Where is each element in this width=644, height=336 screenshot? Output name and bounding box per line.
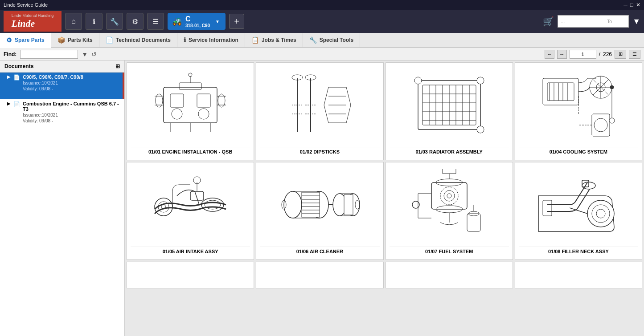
jobs-times-icon: 📋 [251, 36, 259, 44]
grid-view-button[interactable]: ⊞ [615, 50, 626, 59]
part-image-0102 [260, 66, 379, 143]
part-card-0102[interactable]: 01/02 DIPSTICKS [256, 62, 383, 160]
header-filter-icon[interactable]: ▼ [632, 17, 640, 26]
svg-point-94 [440, 187, 458, 205]
tab-parts-kits[interactable]: 📦 Parts Kits [51, 33, 99, 47]
svg-rect-106 [467, 214, 480, 231]
home-button[interactable]: ⌂ [65, 13, 82, 30]
svg-rect-2 [197, 94, 210, 107]
svg-rect-9 [179, 83, 201, 89]
model-code: 318-01, C90 [185, 23, 210, 28]
sidebar-item-2[interactable]: ▶ 📄 Combustion Engine - Cummins QSB 6.7 … [0, 99, 124, 131]
close-button[interactable]: ✕ [636, 2, 640, 8]
svg-point-4 [198, 109, 209, 119]
sidebar-item-1-title: C90/5, C90/6, C90/7, C90/8 [23, 74, 83, 80]
part-label-0101: 01/01 ENGINE INSTALLATION - QSB [131, 147, 250, 156]
sidebar-header: Documents ⊞ [0, 61, 124, 73]
search-input[interactable] [561, 19, 605, 24]
maximize-button[interactable]: □ [630, 2, 633, 8]
svg-point-42 [477, 77, 484, 84]
svg-point-90 [355, 200, 360, 209]
next-page-button[interactable]: → [557, 50, 567, 59]
minimize-button[interactable]: ─ [623, 2, 628, 8]
content-area: Documents ⊞ ▶ 📄 C90/5, C90/6, C90/7, C90… [0, 61, 644, 336]
sidebar-item-2-title: Combustion Engine - Cummins QSB 6.7 - T3 [23, 101, 120, 112]
company-subtitle: Linde Material Handling [12, 13, 54, 18]
settings-button[interactable]: ☰ [147, 13, 164, 30]
parts-button[interactable]: ⚙ [127, 13, 144, 30]
part-image-partial-2 [260, 266, 379, 281]
sidebar-item-2-issuance: Issuance:10/2021 [23, 113, 120, 117]
page-input[interactable] [570, 50, 596, 59]
svg-point-105 [412, 201, 419, 208]
find-label: Find: [4, 51, 16, 57]
search-to: To [607, 19, 612, 24]
svg-rect-57 [592, 114, 610, 136]
part-image-partial-4 [519, 266, 638, 281]
svg-point-43 [477, 126, 484, 133]
page-separator: / [599, 51, 600, 57]
toolbar-reset-icon[interactable]: ↺ [91, 51, 97, 58]
svg-point-72 [284, 191, 302, 218]
logo-area: Linde Material Handling Linde [4, 11, 62, 32]
part-label-0102: 01/02 DIPSTICKS [260, 147, 379, 156]
toolbar-filter-icon[interactable]: ▼ [82, 51, 88, 58]
tab-spare-parts[interactable]: ⚙ Spare Parts [0, 33, 51, 48]
sidebar-item-2-validity: Validity: 09/08 - [23, 118, 120, 123]
service-info-icon: ℹ [184, 36, 186, 44]
sidebar-title: Documents [4, 63, 33, 69]
pagination: ← → / 226 ⊞ ☰ [545, 50, 640, 59]
svg-point-58 [594, 118, 607, 132]
parts-kits-icon: 📦 [57, 36, 65, 44]
sidebar-expand-icon[interactable]: ⊞ [115, 63, 120, 69]
part-card-partial-3[interactable] [386, 262, 513, 288]
part-card-partial-1[interactable] [127, 262, 254, 288]
model-icon: 🚜 [172, 16, 182, 26]
tab-technical-docs[interactable]: 📄 Technical Documents [99, 33, 177, 47]
sidebar: Documents ⊞ ▶ 📄 C90/5, C90/6, C90/7, C90… [0, 61, 125, 336]
list-view-button[interactable]: ☰ [629, 50, 640, 59]
tab-special-tools[interactable]: 🔧 Special Tools [303, 33, 360, 47]
part-card-0108[interactable]: 01/08 FILLER NECK ASSY [515, 162, 642, 260]
svg-rect-44 [543, 78, 578, 105]
sidebar-item-1-validity: Validity: 09/08 - [23, 86, 83, 91]
svg-rect-87 [344, 194, 353, 215]
model-selector[interactable]: 🚜 C 318-01, C90 ▼ [168, 13, 226, 30]
sidebar-item-2-dash: - [23, 124, 120, 129]
tab-service-info[interactable]: ℹ Service Information [177, 33, 245, 47]
part-card-partial-4[interactable] [515, 262, 642, 288]
cart-icon[interactable]: 🛒 [543, 16, 554, 27]
part-card-partial-2[interactable] [256, 262, 383, 288]
part-card-0104[interactable]: 01/04 COOLING SYSTEM [515, 62, 642, 160]
svg-point-62 [609, 118, 615, 123]
part-card-0101[interactable]: 01/01 ENGINE INSTALLATION - QSB [127, 62, 254, 160]
jobs-times-label: Jobs & Times [262, 37, 296, 43]
prev-page-button[interactable]: ← [545, 50, 554, 59]
info-button[interactable]: ℹ [86, 13, 103, 30]
svg-rect-1 [170, 94, 184, 107]
tab-jobs-times[interactable]: 📋 Jobs & Times [245, 33, 303, 47]
part-card-0107[interactable]: 01/07 FUEL SYSTEM [386, 162, 513, 260]
part-card-0106[interactable]: 01/06 AIR CLEANER [256, 162, 383, 260]
sidebar-item-1[interactable]: ▶ 📄 C90/5, C90/6, C90/7, C90/8 Issuance:… [0, 73, 124, 99]
part-image-0106 [260, 166, 379, 243]
tree-expand-1[interactable]: ▶ [7, 74, 11, 79]
spare-parts-icon: ⚙ [6, 36, 12, 44]
svg-point-41 [414, 77, 422, 84]
part-card-0103[interactable]: 01/03 RADIATOR ASSEMBLY [386, 62, 513, 160]
svg-point-95 [444, 190, 455, 201]
tools-button[interactable]: 🔧 [106, 13, 123, 30]
svg-point-96 [447, 194, 451, 198]
part-label-0106: 01/06 AIR CLEANER [260, 247, 379, 256]
svg-rect-45 [547, 83, 574, 101]
window-controls[interactable]: ─ □ ✕ [623, 2, 640, 8]
part-image-0107 [390, 166, 509, 243]
svg-point-3 [172, 109, 182, 119]
svg-rect-91 [431, 182, 467, 209]
find-input[interactable] [20, 50, 78, 59]
sidebar-item-1-dash: - [23, 92, 83, 97]
add-model-button[interactable]: + [229, 14, 244, 29]
part-card-0105[interactable]: 01/05 AIR INTAKE ASSY [127, 162, 254, 260]
tree-expand-2[interactable]: ▶ [7, 101, 11, 106]
part-image-0105 [131, 166, 250, 243]
